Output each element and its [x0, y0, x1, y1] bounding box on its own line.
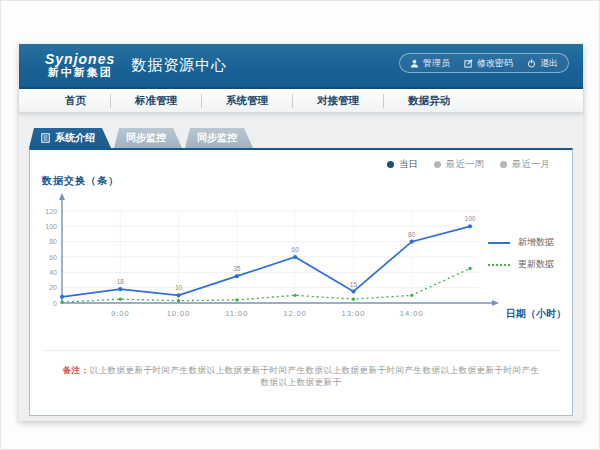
svg-text:35: 35	[233, 265, 241, 272]
content-panel: 当日 最近一周 最近一月 数据交换（条） 0204060801001209:00…	[29, 148, 573, 416]
svg-text:0: 0	[53, 300, 57, 307]
chart-legend: 新增数据 更新数据	[488, 236, 554, 271]
tab-label: 同步监控	[126, 131, 166, 145]
svg-text:20: 20	[49, 284, 57, 291]
svg-text:10:00: 10:00	[167, 309, 191, 318]
app-window: Synjones 新中新集团 数据资源中心 管理员 修改密码 退出	[19, 44, 583, 421]
current-user-button[interactable]: 管理员	[410, 57, 450, 70]
screen: Synjones 新中新集团 数据资源中心 管理员 修改密码 退出	[0, 0, 600, 450]
user-menu: 管理员 修改密码 退出	[399, 53, 569, 73]
footnote: 备注：以上数据更新于时间产生数据以上数据更新于时间产生数据以上数据更新于时间产生…	[42, 350, 560, 389]
nav-item-data-change[interactable]: 数据异动	[384, 94, 474, 108]
logout-button[interactable]: 退出	[527, 57, 558, 70]
svg-text:15: 15	[350, 281, 358, 288]
logo-company: 新中新集团	[45, 67, 115, 79]
svg-text:11:00: 11:00	[225, 309, 248, 318]
tab-bar: 系统介绍 同步监控 同步监控	[29, 128, 583, 148]
change-password-label: 修改密码	[477, 57, 513, 70]
logo: Synjones 新中新集团	[45, 52, 115, 78]
document-icon	[41, 133, 50, 143]
svg-text:14:00: 14:00	[400, 309, 424, 318]
tab-sync-monitor-1[interactable]: 同步监控	[114, 128, 182, 148]
legend-label: 更新数据	[518, 258, 554, 271]
svg-text:80: 80	[49, 238, 57, 245]
logo-brand: Synjones	[45, 52, 115, 67]
svg-text:40: 40	[49, 269, 57, 276]
nav-item-home[interactable]: 首页	[41, 94, 111, 108]
nav-item-standards[interactable]: 标准管理	[111, 94, 202, 108]
tab-sync-monitor-2[interactable]: 同步监控	[185, 128, 253, 148]
radio-dot	[500, 161, 507, 168]
footnote-text: 以上数据更新于时间产生数据以上数据更新于时间产生数据以上数据更新于时间产生数据以…	[90, 365, 540, 387]
svg-text:日期（小时）: 日期（小时）	[506, 308, 566, 319]
power-icon	[527, 59, 536, 68]
svg-text:120: 120	[45, 208, 57, 215]
user-label: 管理员	[423, 57, 450, 70]
svg-text:18: 18	[117, 278, 125, 285]
nav-item-system[interactable]: 系统管理	[202, 94, 293, 108]
svg-text:60: 60	[292, 246, 300, 253]
nav-item-interface[interactable]: 对接管理	[293, 94, 384, 108]
y-axis-title: 数据交换（条）	[42, 174, 119, 188]
user-icon	[410, 59, 419, 68]
tab-label: 同步监控	[197, 131, 237, 145]
header: Synjones 新中新集团 数据资源中心 管理员 修改密码 退出	[19, 44, 583, 89]
svg-text:9:00: 9:00	[111, 309, 130, 318]
main-nav: 首页 标准管理 系统管理 对接管理 数据异动	[19, 89, 583, 113]
edit-icon	[464, 59, 473, 68]
radio-last-month[interactable]: 最近一月	[500, 158, 550, 171]
tab-system-intro[interactable]: 系统介绍	[29, 128, 111, 148]
radio-dot	[434, 161, 441, 168]
radio-today[interactable]: 当日	[387, 158, 418, 171]
svg-text:12:00: 12:00	[283, 309, 307, 318]
logout-label: 退出	[540, 57, 558, 70]
radio-last-week[interactable]: 最近一周	[434, 158, 484, 171]
svg-text:80: 80	[408, 231, 416, 238]
radio-label: 当日	[399, 158, 418, 171]
tab-label: 系统介绍	[55, 131, 95, 145]
svg-text:100: 100	[45, 223, 57, 230]
radio-label: 最近一月	[512, 158, 550, 171]
legend-updated-data: 更新数据	[488, 258, 554, 271]
range-filter: 当日 最近一周 最近一月	[387, 158, 550, 171]
legend-new-data: 新增数据	[488, 236, 554, 249]
page-title: 数据资源中心	[131, 56, 227, 75]
radio-dot-selected	[387, 161, 394, 168]
solid-line-swatch	[488, 242, 510, 244]
svg-text:60: 60	[49, 254, 57, 261]
svg-text:10: 10	[175, 284, 183, 291]
footnote-label: 备注：	[63, 365, 90, 375]
svg-text:100: 100	[465, 215, 476, 222]
radio-label: 最近一周	[446, 158, 484, 171]
svg-text:13:00: 13:00	[342, 309, 366, 318]
dotted-line-swatch	[488, 264, 510, 266]
legend-label: 新增数据	[518, 236, 554, 249]
change-password-button[interactable]: 修改密码	[464, 57, 513, 70]
